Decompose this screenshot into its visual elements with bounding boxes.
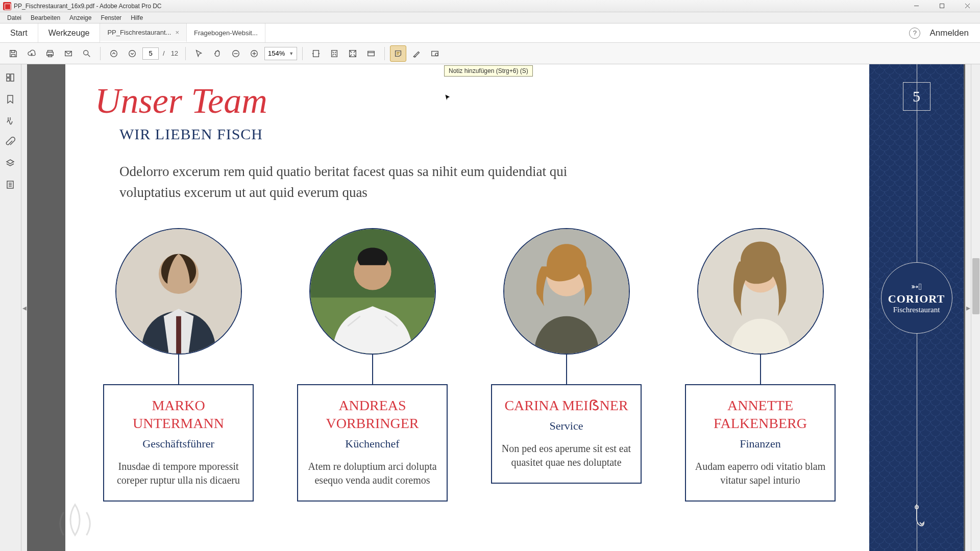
brand-name: CORIORT — [888, 292, 945, 306]
zoom-value: 154% — [268, 49, 285, 57]
svg-rect-30 — [7, 78, 10, 81]
tab-tools-label: Werkzeuge — [48, 29, 90, 38]
right-collapse-handle[interactable]: ▸ — [965, 64, 971, 551]
signatures-icon[interactable] — [5, 115, 16, 127]
fit-width-icon[interactable] — [308, 45, 324, 62]
attachments-icon[interactable] — [5, 137, 16, 148]
print-icon[interactable] — [42, 45, 58, 62]
tab-tools[interactable]: Werkzeuge — [38, 23, 101, 42]
fit-page-icon[interactable] — [326, 45, 342, 62]
svg-point-28 — [435, 53, 438, 56]
scrollbar-thumb[interactable] — [972, 258, 979, 314]
member-desc: Atem re doluptium arci dolupta esequo ve… — [305, 460, 439, 487]
member-name: MARKO UNTERMANN — [111, 396, 246, 432]
hook-icon — [906, 504, 927, 537]
articles-icon[interactable] — [5, 180, 16, 191]
tabstrip: Start Werkzeuge PP_Fischrestaurant... × … — [0, 23, 980, 43]
team-row: MARKO UNTERMANN Geschäftsführer Inusdae … — [95, 228, 844, 502]
svg-rect-22 — [368, 51, 375, 56]
pointer-icon[interactable] — [191, 45, 207, 62]
search-icon[interactable] — [79, 45, 95, 62]
menu-fenster[interactable]: Fenster — [96, 13, 126, 22]
brand-sub: Fischrestaurant — [893, 306, 940, 314]
member-role: Geschäftsführer — [111, 437, 246, 450]
svg-rect-1 — [940, 4, 944, 8]
cursor-icon — [444, 94, 452, 104]
document-area: Unser Team WIR LIEBEN FISCH Odelorro exc… — [27, 64, 965, 551]
window-titlebar: PP_Fischrestaurant_16x9.pdf - Adobe Acro… — [0, 0, 980, 12]
app-icon — [3, 2, 11, 10]
page: Unser Team WIR LIEBEN FISCH Odelorro exc… — [65, 64, 964, 551]
page-down-icon[interactable] — [124, 45, 140, 62]
member-role: Finanzen — [693, 437, 827, 450]
zoom-out-icon[interactable] — [228, 45, 244, 62]
page-number-input[interactable] — [142, 47, 159, 60]
signin-link[interactable]: Anmelden — [929, 28, 969, 38]
save-icon[interactable] — [5, 45, 21, 62]
member-name: ANDREAS VORBRINGER — [305, 396, 439, 432]
vertical-scrollbar[interactable] — [971, 64, 980, 551]
page-up-icon[interactable] — [106, 45, 122, 62]
tab-start[interactable]: Start — [0, 23, 38, 42]
window-title: PP_Fischrestaurant_16x9.pdf - Adobe Acro… — [14, 3, 162, 10]
menubar: Datei Bearbeiten Anzeige Fenster Hilfe — [0, 12, 980, 23]
menu-datei[interactable]: Datei — [3, 13, 26, 22]
fish-icon: ➳𓆟 — [911, 281, 922, 292]
watermark-icon — [52, 497, 98, 545]
menu-bearbeiten[interactable]: Bearbeiten — [26, 13, 65, 22]
portrait — [697, 228, 824, 355]
close-tab-icon[interactable]: × — [175, 29, 179, 36]
zoom-dropdown[interactable]: 154%▼ — [264, 47, 297, 60]
page-paragraph: Odelorro excerum rem quid quatio beritat… — [119, 161, 579, 203]
left-collapse-handle[interactable]: ◂ — [21, 64, 27, 551]
portrait — [309, 228, 436, 355]
minimize-button[interactable] — [903, 0, 929, 12]
fullscreen-icon[interactable] — [345, 45, 361, 62]
tooltip: Notiz hinzufügen (Strg+6) (S) — [444, 65, 533, 77]
member-name: ANNETTE FALKENBERG — [693, 396, 827, 432]
team-member: MARKO UNTERMANN Geschäftsführer Inusdae … — [103, 228, 254, 502]
team-member: CARINA MEIẞNER Service Non ped eos aperu… — [491, 228, 642, 502]
svg-line-11 — [88, 54, 90, 57]
read-mode-icon[interactable] — [363, 45, 379, 62]
highlight-icon[interactable] — [408, 45, 425, 62]
menu-hilfe[interactable]: Hilfe — [126, 13, 148, 22]
document-tab-1-label: PP_Fischrestaurant... — [107, 29, 171, 36]
svg-rect-29 — [7, 74, 10, 77]
member-desc: Audam eaperro odi vitatio blam vitatur s… — [693, 460, 827, 487]
menu-anzeige[interactable]: Anzeige — [65, 13, 96, 22]
svg-point-10 — [84, 50, 88, 55]
svg-rect-4 — [11, 50, 14, 53]
svg-rect-20 — [332, 50, 337, 57]
svg-point-13 — [129, 50, 136, 57]
document-tab-1[interactable]: PP_Fischrestaurant... × — [100, 23, 187, 42]
svg-rect-7 — [47, 52, 54, 55]
hand-icon[interactable] — [209, 45, 226, 62]
svg-rect-38 — [176, 316, 181, 354]
toolbar: / 12 154%▼ Notiz hinzufügen (Strg+6) (S) — [0, 43, 980, 64]
stamp-icon[interactable] — [427, 45, 443, 62]
brand-logo: ➳𓆟 CORIORT Fischrestaurant — [881, 262, 952, 334]
portrait — [503, 228, 630, 355]
svg-rect-19 — [313, 50, 319, 57]
member-desc: Non ped eos aperume sit est eat quasitet… — [499, 442, 633, 469]
close-button[interactable] — [954, 0, 980, 12]
zoom-in-icon[interactable] — [246, 45, 262, 62]
maximize-button[interactable] — [929, 0, 954, 12]
page-sidebar: 5 ➳𓆟 CORIORT Fischrestaurant — [869, 64, 964, 551]
mail-icon[interactable] — [60, 45, 77, 62]
cloud-icon[interactable] — [23, 45, 40, 62]
svg-point-12 — [111, 50, 117, 57]
document-tab-2[interactable]: Fragebogen-Websit... — [187, 23, 265, 42]
help-icon[interactable]: ? — [909, 28, 920, 39]
bookmarks-icon[interactable] — [5, 94, 16, 105]
member-desc: Inusdae di tempore mporessit coreper rup… — [111, 460, 246, 487]
member-name: CARINA MEIẞNER — [499, 396, 633, 414]
sticky-note-icon[interactable] — [390, 45, 406, 62]
thumbnails-icon[interactable] — [5, 72, 16, 84]
document-tab-2-label: Fragebogen-Websit... — [194, 29, 258, 37]
member-role: Service — [499, 419, 633, 433]
svg-rect-31 — [11, 74, 14, 81]
layers-icon[interactable] — [5, 158, 16, 169]
tab-start-label: Start — [10, 29, 28, 38]
